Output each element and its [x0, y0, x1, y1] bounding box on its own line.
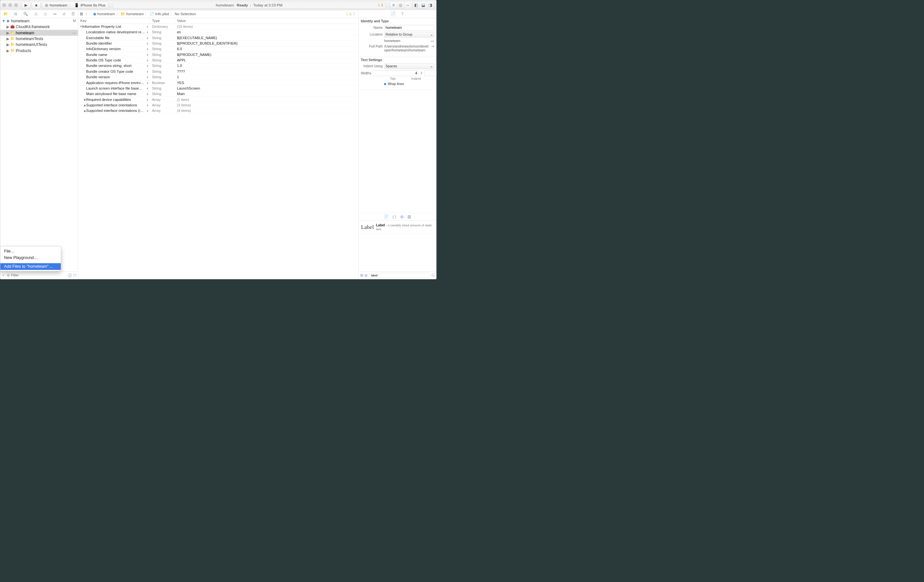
forward-button[interactable]: 〉 [89, 11, 92, 16]
back-button[interactable]: 〈 [84, 11, 87, 16]
plist-type[interactable]: Array [150, 98, 175, 102]
stepper-icon[interactable]: ▲▼ [146, 48, 148, 50]
disclosure-icon[interactable]: ▶ [84, 98, 86, 101]
plist-row[interactable]: ▼Information Property List▲▼Dictionary(1… [78, 24, 359, 30]
plist-row[interactable]: Bundle identifier▲▼String$(PRODUCT_BUNDL… [78, 41, 359, 46]
jump-bar[interactable]: ⊞ 〈 〉 ◉hometeam 〉 📁hometeam 〉 📄Info.plis… [78, 10, 359, 18]
scope-icon[interactable]: ◎ [365, 273, 367, 278]
media-library-tab[interactable]: ▥ [408, 214, 411, 219]
breakpoint-navigator-tab[interactable]: ⎚ [63, 12, 65, 16]
issue-navigator-tab[interactable]: ⚠ [34, 12, 38, 16]
plist-value[interactable]: Main [175, 92, 358, 96]
add-button[interactable]: ＋ [2, 273, 5, 278]
plist-row[interactable]: ▶Supported interface orientations▲▼Array… [78, 103, 359, 108]
stepper-icon[interactable]: ▲▼ [146, 93, 148, 95]
col-value[interactable]: Value [175, 18, 358, 23]
stepper-icon[interactable]: ▲▼ [146, 64, 148, 67]
stop-button[interactable]: ■ [32, 2, 41, 8]
plist-value[interactable]: $(PRODUCT_NAME) [175, 53, 358, 57]
stepper-icon[interactable]: ▲▼ [146, 81, 148, 84]
plist-value[interactable]: (15 items) [175, 25, 358, 29]
tree-root[interactable]: ▼ ◉ hometeam M [0, 18, 78, 23]
stepper-icon[interactable]: ▲▼ [146, 53, 148, 56]
quickhelp-inspector-tab[interactable]: ？ [400, 11, 404, 17]
plist-type[interactable]: String [150, 53, 175, 57]
menu-item-add-files[interactable]: Add Files to "hometeam"… [0, 263, 61, 270]
tab-width-field[interactable] [373, 71, 418, 76]
plist-type[interactable]: Array [150, 103, 175, 107]
plist-type[interactable]: String [150, 86, 175, 91]
plist-row[interactable]: Application requires iPhone enviro…▲▼Boo… [78, 80, 359, 86]
crumb-project[interactable]: hometeam [97, 12, 115, 16]
stepper-icon[interactable]: ▲▼ [146, 110, 148, 112]
plist-row[interactable]: Main storyboard file base name▲▼StringMa… [78, 91, 359, 97]
sourcecontrol-navigator-tab[interactable]: ⧉ [14, 12, 17, 16]
plist-type[interactable]: String [150, 75, 175, 79]
indent-using-select[interactable]: Spaces ⌄ [384, 64, 434, 69]
plist-value[interactable]: en [175, 30, 358, 34]
plist-value[interactable]: $(PRODUCT_BUNDLE_IDENTIFIER) [175, 41, 358, 46]
toggle-navigator-button[interactable]: ◧ [412, 2, 420, 8]
stepper-icon[interactable]: ▲▼ [146, 70, 148, 73]
plist-value[interactable]: (4 items) [175, 109, 358, 113]
plist-value[interactable]: (1 item) [175, 98, 358, 102]
plist-row[interactable]: Bundle name▲▼String$(PRODUCT_NAME) [78, 52, 359, 58]
recent-filter-icon[interactable]: 🕒 [68, 273, 72, 278]
toggle-debug-button[interactable]: ⬓ [420, 2, 427, 8]
plist-row[interactable]: ▶Required device capabilities▲▼Array(1 i… [78, 97, 359, 103]
disclosure-icon[interactable]: ▶ [84, 109, 86, 113]
tree-item[interactable]: ▶📁 hometeam — [0, 30, 78, 36]
plist-type[interactable]: String [150, 36, 175, 40]
plist-row[interactable]: Bundle OS Type code▲▼StringAPPL [78, 58, 359, 63]
disclosure-icon[interactable]: ▼ [80, 25, 82, 28]
indent-width-field[interactable] [424, 71, 436, 76]
plist-value[interactable]: 1.0 [175, 64, 358, 68]
plist-type[interactable]: String [150, 64, 175, 68]
close-icon[interactable] [2, 3, 6, 7]
scm-filter-icon[interactable]: ☐ [73, 273, 77, 278]
plist-type[interactable]: Array [150, 109, 175, 113]
library-filter-input[interactable] [369, 273, 430, 278]
test-navigator-tab[interactable]: ◇ [44, 12, 47, 16]
minimize-icon[interactable] [8, 3, 12, 7]
file-inspector-tab[interactable]: 📄 [391, 12, 396, 17]
plist-value[interactable]: 6.0 [175, 47, 358, 51]
object-library-tab[interactable]: ◎ [400, 214, 404, 219]
tree-item[interactable]: ▶🧰 CloudKit.framework [0, 24, 78, 30]
plist-type[interactable]: Dictionary [150, 25, 175, 29]
code-snippets-tab[interactable]: { } [393, 214, 396, 219]
standard-editor-button[interactable]: ≡ [390, 2, 397, 8]
location-select[interactable]: Relative to Group ⌄ [384, 32, 434, 38]
project-tree[interactable]: ▼ ◉ hometeam M ▶🧰 CloudKit.framework ▶📁 … [0, 18, 78, 271]
plist-value[interactable]: LaunchScreen [175, 86, 358, 91]
plist-type[interactable]: String [150, 69, 175, 74]
plist-row[interactable]: Localization native development re…▲▼Str… [78, 30, 359, 35]
issues-indicator[interactable]: ⚠ 1 [377, 3, 383, 7]
zoom-icon[interactable] [14, 3, 18, 7]
plist-value[interactable]: (3 items) [175, 103, 358, 107]
stepper-icon[interactable]: ▲▼ [146, 42, 148, 45]
library-item[interactable]: Label Label - A variably sized amount of… [359, 220, 436, 234]
debug-navigator-tab[interactable]: ≔ [53, 12, 57, 16]
stepper-icon[interactable]: ▲▼ [146, 25, 148, 28]
plist-type[interactable]: String [150, 92, 175, 96]
plist-value[interactable]: $(EXECUTABLE_NAME) [175, 36, 358, 40]
search-navigator-tab[interactable]: 🔍 [23, 12, 28, 16]
col-type[interactable]: Type [150, 18, 175, 23]
project-navigator-tab[interactable]: 📁 [3, 12, 8, 16]
plist-type[interactable]: String [150, 58, 175, 63]
plist-row[interactable]: InfoDictionary version▲▼String6.0 [78, 46, 359, 52]
related-items-icon[interactable]: ⊞ [80, 12, 83, 16]
tree-item[interactable]: ▶📁 Products [0, 48, 78, 53]
report-navigator-tab[interactable]: ☰ [71, 12, 75, 16]
plist-value[interactable]: 1 [175, 75, 358, 79]
tree-item[interactable]: ▶📁 hometeamUITests [0, 42, 78, 48]
assistant-editor-button[interactable]: ◎ [397, 2, 404, 8]
stepper-icon[interactable]: ▲▼ [146, 98, 148, 101]
toggle-inspector-button[interactable]: ◨ [427, 2, 434, 8]
plist-type[interactable]: String [150, 41, 175, 46]
plist-row[interactable]: Bundle creator OS Type code▲▼String???? [78, 69, 359, 74]
tree-item[interactable]: ▶📁 hometeamTests [0, 36, 78, 41]
stepper-icon[interactable]: ▲▼ [146, 87, 148, 89]
plist-body[interactable]: ▼Information Property List▲▼Dictionary(1… [78, 24, 359, 279]
